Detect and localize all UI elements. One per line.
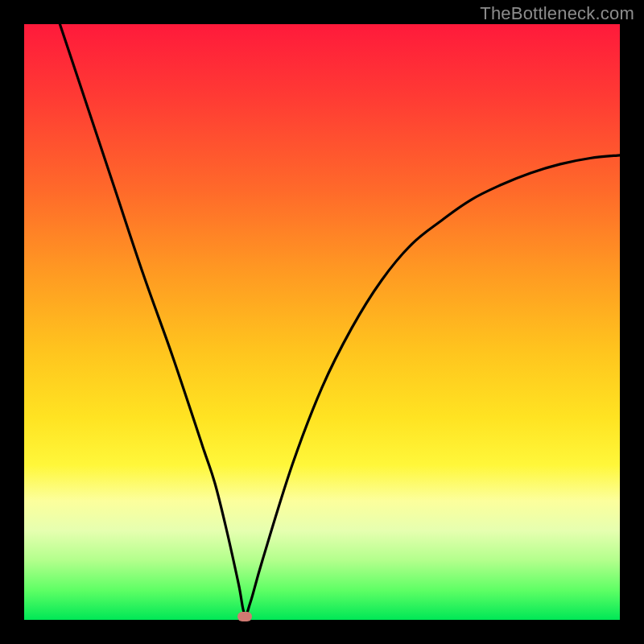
bottleneck-curve: [24, 24, 620, 620]
watermark-text: TheBottleneck.com: [480, 3, 634, 24]
chart-frame: TheBottleneck.com: [0, 0, 644, 644]
plot-area: [24, 24, 620, 620]
optimum-marker: [237, 612, 252, 621]
